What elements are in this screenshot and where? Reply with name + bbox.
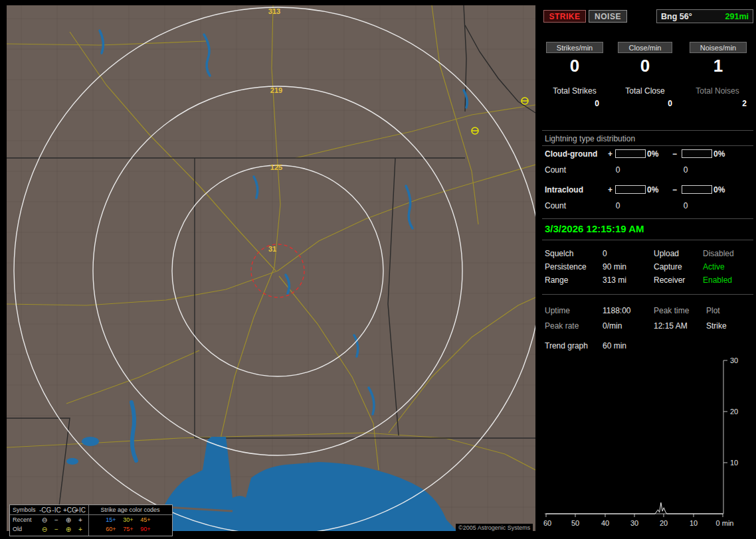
- total-strikes-value: 0: [541, 99, 599, 108]
- separator: [542, 145, 753, 146]
- uptime-label: Uptime: [545, 306, 570, 315]
- uptime-value: 1188:00: [603, 306, 631, 315]
- ring-label-125: 125: [270, 163, 282, 171]
- ic-plus-bar: [615, 185, 646, 194]
- noises-per-min-value: 1: [690, 56, 747, 76]
- neg-ic-old-icon: −: [51, 526, 62, 533]
- status-panel: STRIKE NOISE Bng 56° 291mi Strikes/min C…: [539, 0, 756, 539]
- receiver-status: Enabled: [703, 275, 732, 285]
- minus-sign: −: [672, 149, 677, 159]
- age-60: 60+: [103, 526, 119, 532]
- pos-ic-recent-icon: +: [75, 516, 86, 524]
- separator: [542, 240, 753, 240]
- count-label: Count: [545, 201, 566, 210]
- trend-series: [546, 502, 723, 514]
- trend-graph-row: Trend graph 60 min: [539, 341, 756, 351]
- lightning-map[interactable]: 313 219 125 31 Symbols -CG -IC +CG +IC S…: [7, 5, 535, 531]
- capture-status: Active: [703, 262, 725, 271]
- legend-col-pos-cg: +CG: [63, 506, 74, 514]
- x-tick-20: 20: [660, 519, 668, 527]
- strikes-per-min-value: 0: [546, 56, 603, 76]
- ring-label-313: 313: [268, 7, 280, 15]
- intracloud-count-row: Count 0 0: [539, 201, 756, 211]
- y-tick-30: 30: [730, 356, 738, 364]
- legend-symbols-title: Symbols: [13, 506, 36, 513]
- legend-col-neg-ic: -IC: [51, 506, 62, 514]
- neg-cg-recent-icon: ⊖: [39, 516, 50, 524]
- strike-button[interactable]: STRIKE: [543, 10, 586, 23]
- separator: [542, 218, 753, 219]
- distribution-title: Lightning type distribution: [545, 134, 635, 143]
- total-close-value: 0: [614, 99, 672, 108]
- persistence-value: 90 min: [603, 262, 626, 271]
- noises-per-min-chip[interactable]: Noises/min: [690, 42, 747, 53]
- ic-minus-count: 0: [676, 201, 695, 210]
- plus-sign: +: [608, 185, 613, 194]
- cg-plus-bar: [615, 149, 646, 158]
- range-row: Range 313 mi Receiver Enabled: [539, 275, 756, 285]
- ic-plus-pct: 0%: [647, 185, 658, 194]
- squelch-label: Squelch: [545, 249, 573, 258]
- total-noises-label: Total Noises: [684, 86, 751, 96]
- copyright-notice: ©2005 Astrogenic Systems: [456, 524, 533, 532]
- persistence-row: Persistence 90 min Capture Active: [539, 262, 756, 272]
- age-90: 90+: [138, 526, 153, 532]
- ring-label-219: 219: [270, 86, 282, 94]
- strikes-per-min-chip[interactable]: Strikes/min: [546, 42, 603, 53]
- age-30: 30+: [120, 516, 136, 523]
- ic-plus-count: 0: [609, 201, 627, 210]
- x-tick-50: 50: [571, 519, 579, 527]
- cg-plus-count: 0: [609, 165, 627, 175]
- legend-recent-label: Recent: [13, 516, 32, 523]
- age-45: 45+: [138, 516, 153, 523]
- ring-label-31: 31: [268, 245, 276, 253]
- minus-sign: −: [672, 185, 677, 194]
- range-value: 313 mi: [603, 275, 626, 285]
- x-tick-40: 40: [601, 519, 609, 527]
- total-close-label: Total Close: [614, 86, 676, 96]
- peak-rate-label: Peak rate: [545, 321, 579, 331]
- peak-time-value: 12:15 AM: [654, 321, 688, 331]
- pos-cg-old-icon: ⊕: [63, 526, 74, 533]
- plot-label: Plot: [706, 306, 720, 315]
- noise-button[interactable]: NOISE: [589, 10, 627, 23]
- y-tick-10: 10: [730, 459, 738, 467]
- age-15: 15+: [103, 516, 119, 523]
- trend-graph-value: 60 min: [603, 341, 626, 350]
- uptime-row: Uptime 1188:00 Peak time Plot: [539, 306, 756, 316]
- chart-x-tick-labels: 60 50 40 30 20 10 0 min: [543, 519, 734, 527]
- ic-minus-pct: 0%: [713, 185, 725, 194]
- x-tick-10: 10: [690, 519, 698, 527]
- trend-graph-label: Trend graph: [545, 341, 588, 350]
- plot-value: Strike: [706, 321, 727, 331]
- neg-cg-old-icon: ⊖: [39, 526, 50, 533]
- upload-status: Disabled: [703, 249, 734, 258]
- upload-label: Upload: [654, 249, 679, 258]
- pos-cg-recent-icon: ⊕: [63, 516, 74, 524]
- peak-rate-value: 0/min: [603, 321, 622, 331]
- receiver-label: Receiver: [654, 275, 685, 285]
- pos-ic-old-icon: +: [75, 526, 86, 533]
- trend-chart: 30 20 10 60 50 40 30 20 10 0 min: [539, 354, 756, 533]
- cloud-ground-label: Cloud-ground: [545, 149, 597, 159]
- y-tick-20: 20: [730, 408, 738, 416]
- legend-old-label: Old: [13, 526, 22, 532]
- map-legend: Symbols -CG -IC +CG +IC Strike age color…: [9, 504, 173, 536]
- separator: [542, 294, 753, 295]
- intracloud-row: Intracloud + 0% − 0%: [539, 185, 756, 195]
- squelch-row: Squelch 0 Upload Disabled: [539, 249, 756, 259]
- legend-vertical-divider: [88, 505, 89, 536]
- count-label: Count: [545, 165, 566, 175]
- cloud-ground-row: Cloud-ground + 0% − 0%: [539, 149, 756, 159]
- bearing-label: Bng 56°: [661, 12, 692, 21]
- plus-sign: +: [608, 149, 613, 159]
- neg-ic-recent-icon: −: [51, 516, 62, 524]
- peak-rate-row: Peak rate 0/min 12:15 AM Strike: [539, 321, 756, 331]
- peak-time-label: Peak time: [654, 306, 689, 315]
- range-label: Range: [545, 275, 568, 285]
- cg-minus-count: 0: [676, 165, 695, 175]
- squelch-value: 0: [603, 249, 607, 258]
- legend-age-title: Strike age color codes: [90, 506, 171, 513]
- close-per-min-chip[interactable]: Close/min: [618, 42, 672, 53]
- legend-header-divider: [10, 514, 172, 515]
